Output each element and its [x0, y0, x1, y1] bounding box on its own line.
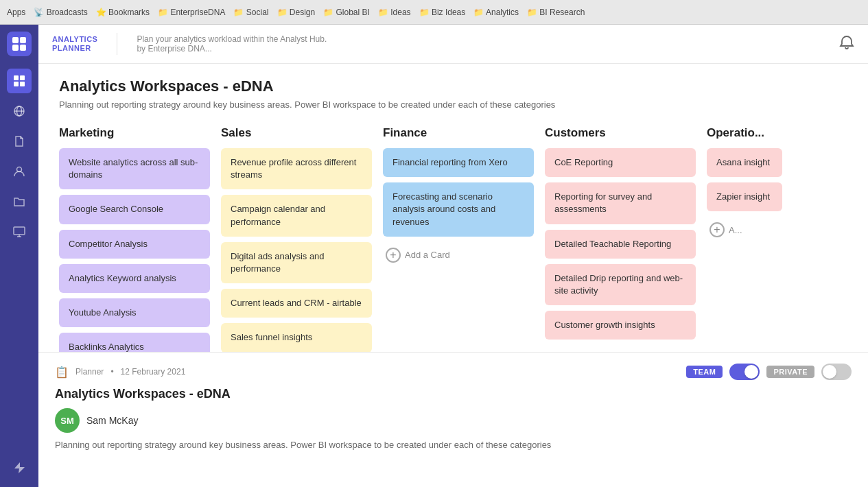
page-subtitle: Planning out reporting strategy around k…	[59, 99, 847, 110]
private-toggle[interactable]	[821, 364, 852, 380]
svg-rect-12	[14, 227, 25, 235]
column-title-operations: Operatio...	[707, 126, 782, 140]
top-header: ANALYTICS PLANNER Plan your analytics wo…	[38, 25, 868, 64]
svg-rect-6	[14, 82, 19, 86]
add-card-operations-button[interactable]: + A...	[707, 217, 782, 243]
browser-bookmark[interactable]: 📁 Social	[233, 8, 268, 17]
kanban-card[interactable]: Backlinks Analytics	[59, 333, 210, 352]
browser-bookmark[interactable]: 📡 Broadcasts	[34, 8, 87, 17]
sidebar-logo	[7, 32, 32, 56]
browser-bookmark[interactable]: ⭐ Bookmarks	[96, 8, 150, 17]
column-title-customers: Customers	[545, 126, 696, 140]
kanban-card[interactable]: Website analytics across all sub-domains	[59, 148, 210, 189]
browser-bookmark[interactable]: 📁 Global BI	[323, 8, 370, 17]
kanban-card[interactable]: Zapier insight	[707, 182, 782, 211]
bottom-description: Planning out reporting strategy around k…	[55, 440, 852, 450]
kanban-card[interactable]: Reporting for survey and assessments	[545, 182, 696, 224]
sidebar	[0, 25, 38, 487]
kanban-card[interactable]: CoE Reporting	[545, 148, 696, 177]
browser-bookmark[interactable]: 📁 Ideas	[378, 8, 411, 17]
svg-rect-0	[12, 37, 19, 43]
kanban-card[interactable]: Analytics Keyword analysis	[59, 264, 210, 293]
bottom-dot: •	[110, 367, 113, 377]
kanban-card[interactable]: Revenue profile across different streams	[221, 148, 372, 189]
kanban-card[interactable]: Detailed Drip reporting and web-site act…	[545, 264, 696, 305]
kanban-card[interactable]: Youtube Analysis	[59, 298, 210, 327]
team-toggle[interactable]	[729, 364, 760, 380]
browser-bookmark[interactable]: 📁 Analytics	[473, 8, 519, 17]
sidebar-icon-grid[interactable]	[7, 69, 32, 93]
add-card-ops-label: A...	[729, 225, 742, 235]
kanban-card[interactable]: Google Search Console	[59, 195, 210, 224]
kanban-card[interactable]: Forecasting and scenario analysis around…	[383, 182, 534, 237]
add-card-circle-icon: +	[386, 248, 401, 263]
page-title: Analytics Workspaces - eDNA	[59, 78, 847, 95]
svg-rect-3	[20, 45, 26, 51]
private-badge: PRIVATE	[766, 366, 814, 378]
header-subtitle: Plan your analytics workload within the …	[137, 34, 327, 54]
kanban-card[interactable]: Asana insight	[707, 148, 782, 177]
kanban-column-marketing: Marketing Website analytics across all s…	[59, 126, 210, 352]
avatar: SM	[55, 408, 80, 433]
browser-bookmark[interactable]: 📁 Biz Ideas	[419, 8, 466, 17]
main-content: ANALYTICS PLANNER Plan your analytics wo…	[38, 25, 868, 487]
svg-rect-4	[14, 75, 19, 80]
app-container: ANALYTICS PLANNER Plan your analytics wo…	[0, 25, 868, 487]
bottom-meta: 📋 Planner • 12 February 2021	[55, 366, 185, 379]
kanban-card[interactable]: Customer growth insights	[545, 311, 696, 340]
browser-bookmark[interactable]: 📁 Design	[277, 8, 316, 17]
column-title-sales: Sales	[221, 126, 372, 140]
kanban-card[interactable]: Detailed Teachable Reporting	[545, 230, 696, 259]
logo-area: ANALYTICS PLANNER Plan your analytics wo…	[52, 33, 327, 55]
logo-block: ANALYTICS PLANNER	[52, 35, 97, 53]
kanban-column-customers: Customers CoE Reporting Reporting for su…	[545, 126, 696, 352]
header-divider	[117, 33, 117, 55]
browser-bookmark[interactable]: 📁 EnterpriseDNA	[158, 8, 225, 17]
kanban-card[interactable]: Campaign calendar and performance	[221, 195, 372, 236]
svg-rect-7	[20, 82, 25, 86]
kanban-card[interactable]: Current leads and CRM - airtable	[221, 289, 372, 318]
kanban-card[interactable]: Sales funnel insights	[221, 323, 372, 352]
team-badge: TEAM	[686, 366, 723, 378]
column-title-finance: Finance	[383, 126, 534, 140]
browser-bookmark[interactable]: 📁 BI Research	[527, 8, 585, 17]
add-card-circle-ops-icon: +	[709, 222, 725, 237]
svg-rect-2	[12, 45, 19, 51]
kanban-card[interactable]: Competitor Analysis	[59, 230, 210, 259]
team-toggle-knob	[744, 365, 758, 379]
sidebar-icon-bolt[interactable]	[7, 455, 32, 480]
add-card-label: Add a Card	[405, 250, 450, 260]
sidebar-icon-monitor[interactable]	[7, 219, 32, 244]
bottom-panel-title: Analytics Workspaces - eDNA	[55, 387, 852, 401]
logo-text: ANALYTICS PLANNER	[52, 35, 97, 53]
bell-icon[interactable]	[839, 35, 854, 54]
sidebar-icon-user[interactable]	[7, 159, 32, 184]
sidebar-icon-globe[interactable]	[7, 99, 32, 123]
svg-rect-1	[20, 37, 26, 43]
browser-bookmark[interactable]: Apps	[7, 8, 25, 17]
bottom-planner-label: Planner	[75, 367, 104, 377]
kanban-column-operations: Operatio... Asana insight Zapier insight…	[707, 126, 782, 352]
private-toggle-knob	[823, 365, 836, 379]
browser-bar: Apps 📡 Broadcasts ⭐ Bookmarks 📁 Enterpri…	[0, 0, 868, 25]
bottom-author: SM Sam McKay	[55, 408, 852, 433]
kanban-card[interactable]: Digital ads analysis and performance	[221, 242, 372, 283]
kanban-column-sales: Sales Revenue profile across different s…	[221, 126, 372, 352]
column-title-marketing: Marketing	[59, 126, 210, 140]
bottom-panel-header: 📋 Planner • 12 February 2021 TEAM PRIVAT…	[55, 364, 852, 380]
planner-icon: 📋	[55, 366, 69, 379]
bottom-date: 12 February 2021	[121, 367, 186, 377]
add-card-finance-button[interactable]: + Add a Card	[383, 242, 534, 268]
kanban-card[interactable]: Financial reporting from Xero	[383, 148, 534, 177]
bottom-badges: TEAM PRIVATE	[686, 364, 852, 380]
kanban-board: Marketing Website analytics across all s…	[59, 126, 847, 352]
sidebar-icon-file[interactable]	[7, 129, 32, 154]
page-content: Analytics Workspaces - eDNA Planning out…	[38, 64, 868, 352]
sidebar-icon-folder[interactable]	[7, 189, 32, 214]
svg-rect-5	[20, 75, 25, 80]
kanban-column-finance: Finance Financial reporting from Xero Fo…	[383, 126, 534, 352]
bottom-panel: 📋 Planner • 12 February 2021 TEAM PRIVAT…	[38, 352, 868, 461]
author-name: Sam McKay	[86, 415, 138, 426]
